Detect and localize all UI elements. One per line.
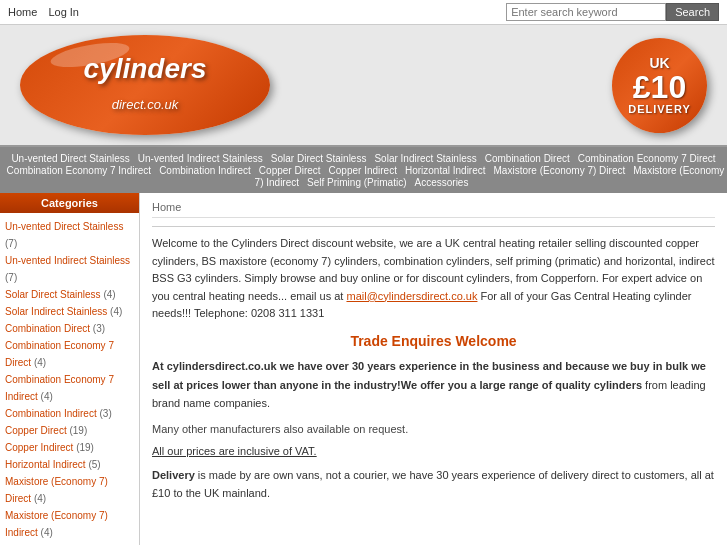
logo-container: cylinders direct.co.uk [20,35,270,135]
sidebar-categories: Un-vented Direct Stainless (7)Un-vented … [0,213,139,545]
delivery-section: Delivery is made by are own vans, not a … [152,467,715,502]
sidebar-category-link[interactable]: Solar Direct Stainless (4) [5,286,134,303]
login-link[interactable]: Log In [48,6,79,18]
logo-line1: cylinders [84,54,207,85]
home-link[interactable]: Home [8,6,37,18]
sidebar-category-link[interactable]: Combination Economy 7 Indirect (4) [5,371,134,405]
sidebar: Categories Un-vented Direct Stainless (7… [0,193,140,545]
vat-notice[interactable]: All our prices are inclusive of VAT. [152,445,715,457]
sidebar-category-link[interactable]: Copper Indirect (19) [5,439,134,456]
nav-row1: Un-vented Direct StainlessUn-vented Indi… [0,152,727,164]
nav-link[interactable]: Un-vented Direct Stainless [11,153,129,164]
nav-link[interactable]: Combination Economy 7 Direct [578,153,716,164]
search-input[interactable] [506,3,666,21]
top-nav-links: Home Log In [8,6,87,18]
breadcrumb: Home [152,201,715,218]
nav-link[interactable]: Horizontal Indirect [405,165,486,176]
search-button[interactable]: Search [666,3,719,21]
other-manufacturers: Many other manufacturers also available … [152,423,715,435]
logo-oval: cylinders direct.co.uk [20,35,270,135]
top-bar: Home Log In Search [0,0,727,25]
sidebar-category-link[interactable]: Un-vented Indirect Stainless (7) [5,252,134,286]
sidebar-category-link[interactable]: Combination Indirect (3) [5,405,134,422]
nav-link[interactable]: Solar Direct Stainless [271,153,367,164]
nav-link[interactable]: Copper Indirect [329,165,397,176]
nav-link[interactable]: Un-vented Indirect Stainless [138,153,263,164]
nav-link[interactable]: Combination Indirect [159,165,251,176]
sidebar-category-link[interactable]: Horizontal Indirect (5) [5,456,134,473]
logo-line2: direct.co.uk [84,85,207,116]
search-bar: Search [506,3,719,21]
logo-text: cylinders direct.co.uk [84,54,207,116]
delivery-label: Delivery [152,469,195,481]
sidebar-category-link[interactable]: Un-vented Direct Stainless (7) [5,218,134,252]
sidebar-category-link[interactable]: Maxistore (Economy 7) Direct (4) [5,473,134,507]
sidebar-category-link[interactable]: Copper Direct (19) [5,422,134,439]
nav-link[interactable]: Combination Economy 7 Indirect [7,165,152,176]
email-link[interactable]: mail@cylindersdirect.co.uk [346,290,477,302]
nav: Un-vented Direct StainlessUn-vented Indi… [0,147,727,193]
section-divider-1 [152,226,715,227]
sidebar-category-link[interactable]: Solar Indirect Stainless (4) [5,303,134,320]
sidebar-categories-header: Categories [0,193,139,213]
sidebar-category-link[interactable]: Self Priming (Primatic) (2) [5,541,134,545]
content-area: Home Welcome to the Cylinders Direct dis… [140,193,727,545]
trade-header: Trade Enquires Welcome [152,333,715,349]
nav-link[interactable]: Copper Direct [259,165,321,176]
sidebar-category-link[interactable]: Combination Direct (3) [5,320,134,337]
nav-link[interactable]: Accessories [415,177,469,188]
main-layout: Categories Un-vented Direct Stainless (7… [0,193,727,545]
delivery-text: is made by are own vans, not a courier, … [152,469,714,499]
nav-link[interactable]: Self Priming (Primatic) [307,177,406,188]
nav-link[interactable]: Solar Indirect Stainless [374,153,476,164]
delivery-badge: UK £10 DELIVERY [612,38,707,133]
trade-desc: At cylindersdirect.co.uk we have over 30… [152,357,715,413]
welcome-text: Welcome to the Cylinders Direct discount… [152,235,715,323]
badge-delivery: DELIVERY [628,103,691,115]
trade-desc-bold: At cylindersdirect.co.uk we have over 30… [152,360,706,391]
badge-price: £10 [633,71,686,103]
sidebar-category-link[interactable]: Maxistore (Economy 7) Indirect (4) [5,507,134,541]
sidebar-category-link[interactable]: Combination Economy 7 Direct (4) [5,337,134,371]
nav-row2: Combination Economy 7 IndirectCombinatio… [0,164,727,188]
header: cylinders direct.co.uk UK £10 DELIVERY [0,25,727,147]
nav-link[interactable]: Maxistore (Economy 7) Direct [494,165,626,176]
nav-link[interactable]: Combination Direct [485,153,570,164]
